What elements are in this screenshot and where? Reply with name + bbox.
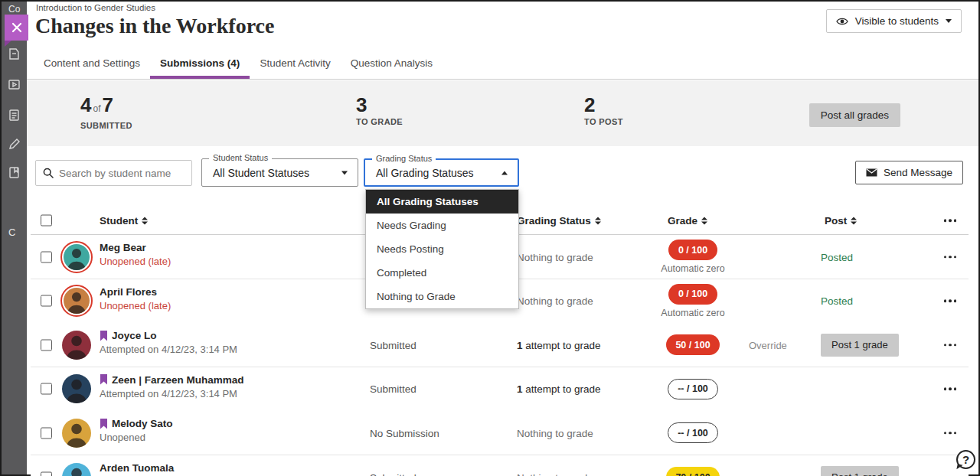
visibility-button[interactable]: Visible to students: [826, 9, 962, 33]
grade-cell: 0 / 100Automatic zero: [643, 235, 743, 279]
search-input[interactable]: [59, 168, 181, 179]
grading-status-label: Grading Status: [372, 154, 436, 163]
close-button[interactable]: [5, 15, 28, 41]
student-name[interactable]: Zeen | Farzeen Muhammad: [100, 374, 244, 386]
post-grade-button[interactable]: Post 1 grade: [821, 334, 899, 357]
student-cell: Arden Tuomala: [100, 462, 174, 474]
avatar: [60, 329, 93, 361]
envelope-icon: [866, 168, 877, 177]
chevron-down-icon: [946, 19, 952, 23]
grade-pill[interactable]: 0 / 100: [668, 284, 717, 305]
flag-icon: [100, 374, 108, 385]
posted-status: Posted: [821, 252, 853, 263]
student-name[interactable]: Joyce Lo: [100, 330, 237, 341]
sidebar-bottom-text: C: [8, 227, 15, 238]
tag-icon[interactable]: [8, 47, 21, 60]
grading-status-dropdown: All Grading StatusesNeeds GradingNeeds P…: [365, 189, 519, 309]
grading-status: Nothing to grade: [517, 471, 593, 476]
pencil-icon[interactable]: [8, 138, 21, 151]
submission-status: Submitted: [370, 383, 416, 395]
submission-detail: Unopened (late): [100, 256, 171, 267]
table-row: Joyce LoAttempted on 4/12/23, 3:14 PMSub…: [31, 323, 969, 367]
grade-note: Automatic zero: [661, 263, 724, 274]
tab-student-activity[interactable]: Student Activity: [250, 53, 340, 79]
submission-status: Submitted: [370, 339, 416, 350]
row-menu-icon[interactable]: [941, 473, 960, 476]
tab-question-analysis[interactable]: Question Analysis: [341, 53, 443, 79]
grade-cell: -- / 100: [643, 411, 743, 455]
grading-status: Nothing to grade: [517, 295, 593, 307]
grade-pill[interactable]: -- / 100: [668, 379, 718, 399]
avatar: [60, 461, 93, 476]
select-all-checkbox[interactable]: [41, 215, 52, 227]
video-icon[interactable]: [8, 78, 21, 91]
notebook-icon[interactable]: [8, 166, 21, 179]
chevron-down-icon: [341, 171, 348, 174]
grade-pill[interactable]: 70 / 100: [666, 467, 719, 476]
row-menu-icon[interactable]: [941, 296, 960, 305]
dropdown-option[interactable]: All Grading Statuses: [366, 190, 518, 214]
main-content: Introduction to Gender Studies Changes i…: [27, 2, 978, 474]
post-all-grades-button[interactable]: Post all grades: [809, 103, 900, 127]
page-title: Changes in the Workforce: [35, 14, 274, 38]
submission-detail: Attempted on 4/12/23, 3:14 PM: [100, 344, 237, 355]
column-header-grade[interactable]: Grade: [668, 215, 707, 227]
send-message-button[interactable]: Send Message: [855, 161, 963, 184]
tab-submissions-4-[interactable]: Submissions (4): [150, 53, 250, 79]
dropdown-option[interactable]: Needs Posting: [366, 237, 518, 261]
stat-to-grade: 3 TO GRADE: [356, 94, 403, 126]
row-checkbox[interactable]: [41, 471, 52, 476]
document-icon[interactable]: [8, 109, 21, 122]
row-menu-icon[interactable]: [941, 429, 960, 438]
column-header-student[interactable]: Student: [100, 215, 148, 227]
breadcrumb[interactable]: Introduction to Gender Studies: [36, 3, 155, 12]
stat-submitted: 4of7 SUBMITTED: [80, 94, 132, 130]
sort-icon: [142, 217, 148, 224]
student-name[interactable]: Melody Sato: [100, 418, 173, 429]
row-menu-icon[interactable]: [941, 341, 960, 350]
column-header-grading-status[interactable]: Grading Status: [517, 215, 601, 227]
grade-pill[interactable]: -- / 100: [668, 422, 718, 443]
sort-icon: [701, 217, 707, 224]
row-checkbox[interactable]: [41, 427, 52, 439]
student-cell: Meg BearUnopened (late): [100, 242, 171, 267]
search-icon: [43, 168, 54, 178]
table-menu-icon[interactable]: [941, 216, 960, 225]
row-checkbox[interactable]: [41, 251, 52, 262]
flag-icon: [100, 331, 108, 341]
sort-icon: [851, 217, 857, 224]
grading-status-select[interactable]: Grading Status All Grading Statuses: [364, 158, 519, 187]
close-button-tail: [5, 41, 11, 47]
tab-bar: Content and SettingsSubmissions (4)Stude…: [27, 57, 978, 80]
student-name[interactable]: Meg Bear: [100, 242, 171, 253]
row-menu-icon[interactable]: [941, 253, 960, 262]
grade-pill[interactable]: 0 / 100: [668, 240, 717, 260]
student-name[interactable]: Arden Tuomala: [100, 462, 174, 474]
dropdown-option[interactable]: Needs Grading: [366, 214, 518, 237]
chevron-up-icon: [501, 171, 508, 174]
column-header-post[interactable]: Post: [825, 215, 857, 227]
left-sidebar: Co C: [2, 2, 27, 474]
student-name[interactable]: April Flores: [100, 286, 171, 298]
row-checkbox[interactable]: [41, 339, 52, 350]
row-menu-icon[interactable]: [941, 385, 960, 394]
submission-status: Submitted: [370, 471, 416, 476]
grade-pill[interactable]: 50 / 100: [666, 334, 719, 355]
row-checkbox[interactable]: [41, 383, 52, 395]
dropdown-option[interactable]: Completed: [366, 261, 518, 285]
sidebar-top-text: Co: [8, 4, 20, 15]
tab-content-and-settings[interactable]: Content and Settings: [34, 53, 150, 79]
help-icon[interactable]: ?: [956, 450, 975, 469]
student-cell: Joyce LoAttempted on 4/12/23, 3:14 PM: [100, 330, 237, 355]
sort-icon: [595, 217, 601, 224]
override-label: Override: [749, 339, 787, 350]
avatar: [60, 417, 93, 449]
row-checkbox[interactable]: [41, 295, 52, 307]
close-icon: [11, 22, 22, 33]
post-grade-button[interactable]: Post 1 grade: [821, 466, 899, 476]
flag-icon: [100, 419, 108, 429]
dropdown-option[interactable]: Nothing to Grade: [366, 285, 518, 308]
student-cell: Zeen | Farzeen MuhammadAttempted on 4/12…: [100, 374, 244, 399]
student-status-select[interactable]: Student Status All Student Statuses: [201, 158, 358, 187]
visibility-label: Visible to students: [855, 15, 939, 27]
